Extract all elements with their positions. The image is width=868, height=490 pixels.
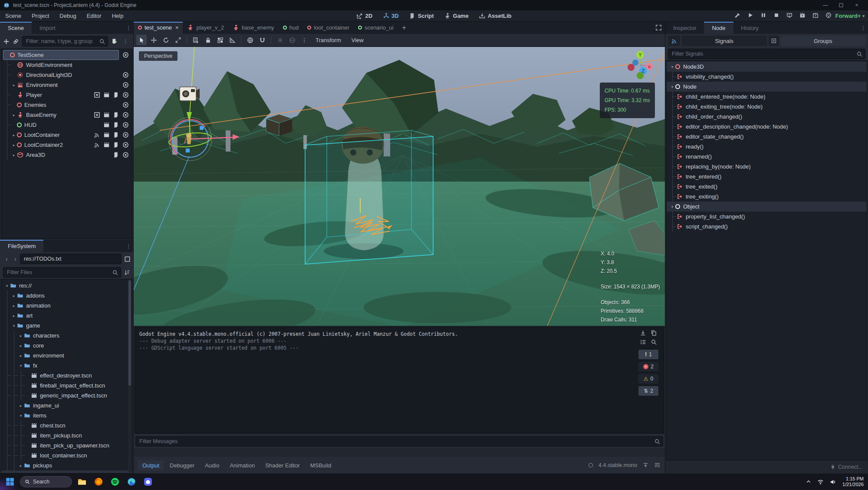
tree-row[interactable]: ▾TestScene [1, 50, 132, 60]
dock-tab-menu-button[interactable]: ⋮ [124, 22, 133, 34]
eye-button[interactable] [122, 52, 129, 58]
taskbar-clock[interactable]: 1:15 PM 1/21/2026 [842, 476, 864, 487]
signal-row[interactable]: tree_entered() [667, 172, 867, 182]
menu-scene[interactable]: Scene [0, 10, 26, 22]
signal-row[interactable]: tree_exited() [667, 182, 867, 192]
expand-arrow[interactable]: ▾ [18, 364, 24, 368]
close-tab-button[interactable]: × [175, 24, 179, 31]
mode-tab-game[interactable]: Game [441, 12, 472, 20]
taskbar-search[interactable]: Search [20, 476, 72, 487]
dock-tab-import[interactable]: Import [32, 22, 63, 34]
expand-arrow[interactable]: ▾ [669, 205, 675, 209]
clapper-button[interactable] [103, 132, 110, 138]
snap-tool-button[interactable] [257, 35, 267, 45]
eye-button[interactable] [122, 152, 129, 158]
search-log-button[interactable] [651, 339, 657, 345]
dock-tab-menu-button[interactable]: ⋮ [858, 22, 868, 34]
expand-arrow[interactable]: ▸ [11, 153, 17, 157]
bottom-tab-debugger[interactable]: Debugger [165, 460, 199, 470]
scale-tool-button[interactable] [173, 35, 183, 45]
viewport-3d[interactable]: Perspective Y X Z CPU Time: 0.67 ms GPU … [134, 47, 665, 326]
expand-arrow[interactable]: ▸ [18, 354, 24, 358]
close-button[interactable]: × [849, 0, 865, 10]
select-list-tool-button[interactable] [191, 35, 201, 45]
collapse-messages-button[interactable] [640, 339, 646, 345]
fs-row[interactable]: ▸environment [1, 351, 132, 361]
dock-tab-inspector[interactable]: Inspector [665, 22, 704, 34]
clapper-button[interactable] [103, 142, 110, 148]
eye-button[interactable] [122, 142, 129, 148]
fs-row[interactable]: ▸ingame_ui [1, 401, 132, 411]
eye-button[interactable] [122, 132, 129, 138]
fs-row[interactable]: item_pick_up_spawner.tscn [1, 440, 132, 450]
menu-debug[interactable]: Debug [54, 10, 81, 22]
sort-files-button[interactable] [124, 269, 130, 276]
playback-movie-maker-button[interactable] [825, 12, 832, 20]
current-path-field[interactable] [20, 254, 122, 264]
dock-tab-scene[interactable]: Scene [0, 22, 32, 34]
taskbar-app-file-explorer[interactable] [76, 476, 88, 487]
clapper-button[interactable] [103, 92, 110, 98]
dock-tab-filesystem[interactable]: FileSystem [0, 240, 43, 252]
signal-row[interactable]: tree_exiting() [667, 192, 867, 202]
playback-build-hammer-button[interactable] [734, 12, 740, 20]
tree-row[interactable]: ▸BaseEnemy [1, 110, 132, 120]
tree-row[interactable]: ▸LootContainer2 [1, 140, 132, 150]
tray-expand-icon[interactable] [806, 479, 811, 484]
fs-row[interactable]: loot_container.tscn [1, 450, 132, 460]
rotate-tool-button[interactable] [161, 35, 171, 45]
expand-arrow[interactable]: ▸ [18, 334, 24, 338]
add-node-button[interactable] [3, 38, 10, 45]
expand-arrow[interactable]: ▾ [18, 414, 24, 418]
script-button[interactable] [113, 152, 119, 158]
group-tool-button[interactable] [215, 35, 225, 45]
signal-row[interactable]: child_order_changed() [667, 112, 867, 122]
mode-tab-assetlib[interactable]: AssetLib [476, 12, 515, 20]
script-button[interactable] [113, 92, 119, 98]
copy-log-button[interactable] [651, 330, 657, 336]
split-view-button[interactable] [124, 256, 131, 262]
tree-row[interactable]: ▸Area3D [1, 150, 132, 160]
eye-button[interactable] [122, 82, 129, 88]
tree-row[interactable]: DirectionalLight3D [1, 70, 132, 80]
signal-row[interactable]: property_list_changed() [667, 212, 867, 222]
signal-row[interactable]: editor_state_changed() [667, 132, 867, 142]
tree-row[interactable]: Enemies [1, 100, 132, 110]
fs-row[interactable]: effect_destroyer.tscn [1, 371, 132, 381]
signal-row[interactable]: ready() [667, 142, 867, 152]
important-filter-button[interactable]: !1 [638, 350, 658, 359]
menu-project[interactable]: Project [26, 10, 54, 22]
sun-preview-tool-button[interactable] [275, 35, 285, 45]
expand-arrow[interactable]: ▾ [4, 284, 10, 288]
version-label[interactable]: 4.4.stable.mono [598, 462, 637, 468]
signal-row[interactable]: ▾Object [667, 202, 867, 212]
world-tool-button[interactable] [245, 35, 255, 45]
fs-row[interactable]: ▸addons [1, 291, 132, 301]
fs-row[interactable]: ▸core [1, 341, 132, 351]
script-button[interactable] [113, 112, 119, 118]
dock-tab-menu-button[interactable]: ⋮ [124, 240, 133, 252]
fs-row[interactable]: ▸animation [1, 301, 132, 311]
taskbar-app-edge[interactable] [126, 476, 137, 487]
distraction-free-button[interactable] [652, 22, 665, 34]
script-button[interactable] [113, 142, 119, 148]
filesystem-scrollbar[interactable] [128, 280, 132, 472]
tree-row[interactable]: HUD [1, 120, 132, 130]
expand-arrow[interactable]: ▾ [669, 85, 675, 89]
scene-tab-base_enemy[interactable]: base_enemy [228, 22, 278, 34]
menu-help[interactable]: Help [107, 10, 129, 22]
expand-arrow[interactable]: ▸ [11, 294, 17, 298]
signal-row[interactable]: child_exiting_tree(node: Node) [667, 102, 867, 112]
new-scene-tab-button[interactable]: + [398, 22, 410, 34]
taskbar-app-spotify[interactable] [109, 476, 121, 487]
scene-tree-menu-button[interactable]: ⋮ [121, 38, 130, 45]
signal-row[interactable]: child_entered_tree(node: Node) [667, 92, 867, 102]
scene-tab-test_scene[interactable]: test_scene× [134, 22, 183, 34]
signal-row[interactable]: editor_description_changed(node: Node) [667, 122, 867, 132]
scene-tab-hud[interactable]: hud [279, 22, 303, 34]
expand-signals-button[interactable] [769, 36, 779, 46]
bottom-tab-animation[interactable]: Animation [225, 460, 259, 470]
nav-forward-button[interactable]: › [11, 255, 19, 262]
signal-row[interactable]: ▾Node3D [667, 62, 867, 72]
updown-filter-button[interactable]: ⇅2 [638, 386, 658, 396]
